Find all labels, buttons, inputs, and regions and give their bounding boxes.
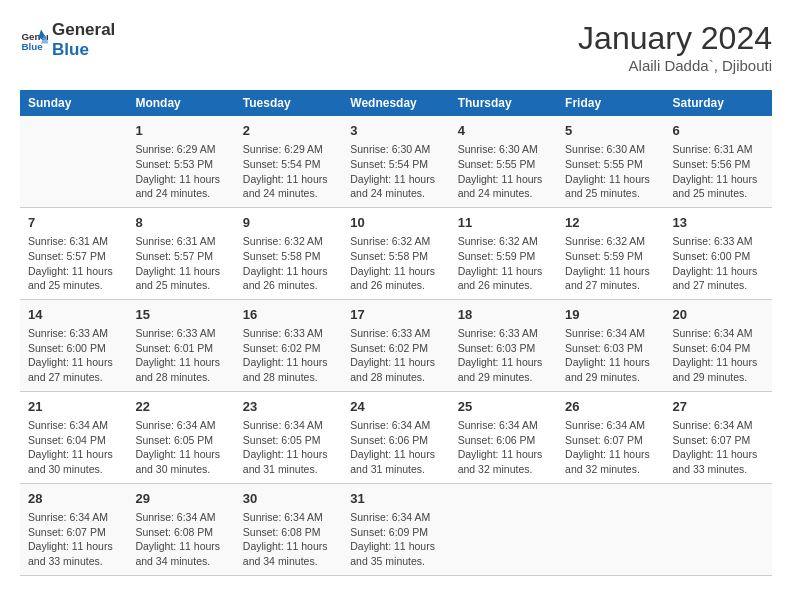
calendar-cell: 3Sunrise: 6:30 AM Sunset: 5:54 PM Daylig… [342, 116, 449, 207]
day-number: 2 [243, 122, 334, 140]
calendar-cell: 24Sunrise: 6:34 AM Sunset: 6:06 PM Dayli… [342, 391, 449, 483]
weekday-header-row: SundayMondayTuesdayWednesdayThursdayFrid… [20, 90, 772, 116]
day-info: Sunrise: 6:34 AM Sunset: 6:06 PM Dayligh… [458, 418, 549, 477]
day-info: Sunrise: 6:34 AM Sunset: 6:04 PM Dayligh… [28, 418, 119, 477]
day-number: 26 [565, 398, 656, 416]
weekday-header-thursday: Thursday [450, 90, 557, 116]
calendar-week-row: 21Sunrise: 6:34 AM Sunset: 6:04 PM Dayli… [20, 391, 772, 483]
title-block: January 2024 Alaili Dadda`, Djibouti [578, 20, 772, 74]
day-info: Sunrise: 6:34 AM Sunset: 6:04 PM Dayligh… [673, 326, 764, 385]
day-info: Sunrise: 6:30 AM Sunset: 5:55 PM Dayligh… [458, 142, 549, 201]
weekday-header-wednesday: Wednesday [342, 90, 449, 116]
calendar-cell: 16Sunrise: 6:33 AM Sunset: 6:02 PM Dayli… [235, 299, 342, 391]
day-info: Sunrise: 6:32 AM Sunset: 5:58 PM Dayligh… [350, 234, 441, 293]
day-number: 20 [673, 306, 764, 324]
day-number: 1 [135, 122, 226, 140]
day-info: Sunrise: 6:34 AM Sunset: 6:09 PM Dayligh… [350, 510, 441, 569]
calendar-cell: 28Sunrise: 6:34 AM Sunset: 6:07 PM Dayli… [20, 483, 127, 575]
day-number: 30 [243, 490, 334, 508]
day-number: 5 [565, 122, 656, 140]
day-number: 24 [350, 398, 441, 416]
calendar-cell [450, 483, 557, 575]
calendar-cell: 23Sunrise: 6:34 AM Sunset: 6:05 PM Dayli… [235, 391, 342, 483]
day-info: Sunrise: 6:34 AM Sunset: 6:07 PM Dayligh… [565, 418, 656, 477]
calendar-cell: 22Sunrise: 6:34 AM Sunset: 6:05 PM Dayli… [127, 391, 234, 483]
day-info: Sunrise: 6:32 AM Sunset: 5:58 PM Dayligh… [243, 234, 334, 293]
calendar-cell: 5Sunrise: 6:30 AM Sunset: 5:55 PM Daylig… [557, 116, 664, 207]
logo-icon: General Blue [20, 26, 48, 54]
calendar-cell: 17Sunrise: 6:33 AM Sunset: 6:02 PM Dayli… [342, 299, 449, 391]
calendar-week-row: 14Sunrise: 6:33 AM Sunset: 6:00 PM Dayli… [20, 299, 772, 391]
day-number: 10 [350, 214, 441, 232]
day-info: Sunrise: 6:30 AM Sunset: 5:54 PM Dayligh… [350, 142, 441, 201]
day-info: Sunrise: 6:33 AM Sunset: 6:01 PM Dayligh… [135, 326, 226, 385]
day-info: Sunrise: 6:31 AM Sunset: 5:56 PM Dayligh… [673, 142, 764, 201]
day-info: Sunrise: 6:33 AM Sunset: 6:00 PM Dayligh… [673, 234, 764, 293]
calendar-cell: 29Sunrise: 6:34 AM Sunset: 6:08 PM Dayli… [127, 483, 234, 575]
weekday-header-saturday: Saturday [665, 90, 772, 116]
day-info: Sunrise: 6:34 AM Sunset: 6:08 PM Dayligh… [135, 510, 226, 569]
weekday-header-tuesday: Tuesday [235, 90, 342, 116]
day-number: 22 [135, 398, 226, 416]
logo-general: General [52, 20, 115, 40]
calendar-cell: 7Sunrise: 6:31 AM Sunset: 5:57 PM Daylig… [20, 207, 127, 299]
month-title: January 2024 [578, 20, 772, 57]
day-number: 21 [28, 398, 119, 416]
calendar-cell: 27Sunrise: 6:34 AM Sunset: 6:07 PM Dayli… [665, 391, 772, 483]
day-info: Sunrise: 6:29 AM Sunset: 5:53 PM Dayligh… [135, 142, 226, 201]
day-info: Sunrise: 6:34 AM Sunset: 6:07 PM Dayligh… [28, 510, 119, 569]
day-number: 19 [565, 306, 656, 324]
day-number: 9 [243, 214, 334, 232]
weekday-header-monday: Monday [127, 90, 234, 116]
day-number: 25 [458, 398, 549, 416]
day-number: 3 [350, 122, 441, 140]
logo: General Blue General Blue [20, 20, 115, 61]
day-number: 29 [135, 490, 226, 508]
calendar-cell: 19Sunrise: 6:34 AM Sunset: 6:03 PM Dayli… [557, 299, 664, 391]
day-number: 8 [135, 214, 226, 232]
calendar-cell: 9Sunrise: 6:32 AM Sunset: 5:58 PM Daylig… [235, 207, 342, 299]
day-number: 11 [458, 214, 549, 232]
day-number: 28 [28, 490, 119, 508]
day-number: 7 [28, 214, 119, 232]
day-number: 31 [350, 490, 441, 508]
day-info: Sunrise: 6:33 AM Sunset: 6:00 PM Dayligh… [28, 326, 119, 385]
calendar-cell: 26Sunrise: 6:34 AM Sunset: 6:07 PM Dayli… [557, 391, 664, 483]
calendar-cell: 11Sunrise: 6:32 AM Sunset: 5:59 PM Dayli… [450, 207, 557, 299]
day-number: 14 [28, 306, 119, 324]
day-info: Sunrise: 6:34 AM Sunset: 6:07 PM Dayligh… [673, 418, 764, 477]
calendar-week-row: 1Sunrise: 6:29 AM Sunset: 5:53 PM Daylig… [20, 116, 772, 207]
calendar-cell: 6Sunrise: 6:31 AM Sunset: 5:56 PM Daylig… [665, 116, 772, 207]
day-number: 27 [673, 398, 764, 416]
calendar-cell: 12Sunrise: 6:32 AM Sunset: 5:59 PM Dayli… [557, 207, 664, 299]
weekday-header-sunday: Sunday [20, 90, 127, 116]
calendar-cell: 2Sunrise: 6:29 AM Sunset: 5:54 PM Daylig… [235, 116, 342, 207]
day-info: Sunrise: 6:33 AM Sunset: 6:02 PM Dayligh… [350, 326, 441, 385]
day-info: Sunrise: 6:34 AM Sunset: 6:06 PM Dayligh… [350, 418, 441, 477]
svg-text:Blue: Blue [21, 41, 43, 52]
calendar-week-row: 7Sunrise: 6:31 AM Sunset: 5:57 PM Daylig… [20, 207, 772, 299]
calendar-cell: 21Sunrise: 6:34 AM Sunset: 6:04 PM Dayli… [20, 391, 127, 483]
day-info: Sunrise: 6:34 AM Sunset: 6:05 PM Dayligh… [243, 418, 334, 477]
day-number: 13 [673, 214, 764, 232]
day-info: Sunrise: 6:34 AM Sunset: 6:08 PM Dayligh… [243, 510, 334, 569]
day-info: Sunrise: 6:32 AM Sunset: 5:59 PM Dayligh… [458, 234, 549, 293]
calendar-cell: 15Sunrise: 6:33 AM Sunset: 6:01 PM Dayli… [127, 299, 234, 391]
logo-blue: Blue [52, 40, 115, 60]
day-number: 15 [135, 306, 226, 324]
calendar-cell [557, 483, 664, 575]
day-info: Sunrise: 6:32 AM Sunset: 5:59 PM Dayligh… [565, 234, 656, 293]
location: Alaili Dadda`, Djibouti [578, 57, 772, 74]
calendar-cell: 4Sunrise: 6:30 AM Sunset: 5:55 PM Daylig… [450, 116, 557, 207]
calendar-cell: 10Sunrise: 6:32 AM Sunset: 5:58 PM Dayli… [342, 207, 449, 299]
day-number: 6 [673, 122, 764, 140]
calendar-table: SundayMondayTuesdayWednesdayThursdayFrid… [20, 90, 772, 576]
weekday-header-friday: Friday [557, 90, 664, 116]
calendar-cell: 14Sunrise: 6:33 AM Sunset: 6:00 PM Dayli… [20, 299, 127, 391]
day-info: Sunrise: 6:33 AM Sunset: 6:02 PM Dayligh… [243, 326, 334, 385]
calendar-cell: 18Sunrise: 6:33 AM Sunset: 6:03 PM Dayli… [450, 299, 557, 391]
day-number: 18 [458, 306, 549, 324]
day-info: Sunrise: 6:31 AM Sunset: 5:57 PM Dayligh… [28, 234, 119, 293]
day-info: Sunrise: 6:34 AM Sunset: 6:03 PM Dayligh… [565, 326, 656, 385]
day-number: 23 [243, 398, 334, 416]
